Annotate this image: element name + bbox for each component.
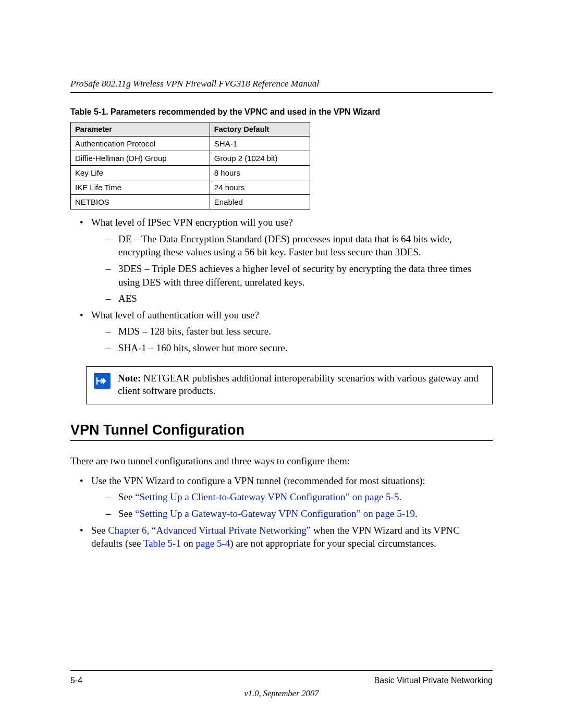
cell-param: Authentication Protocol	[71, 137, 210, 151]
note-label: Note:	[118, 373, 141, 384]
cell-default: 24 hours	[210, 180, 310, 195]
xref-client-gateway[interactable]: “Setting Up a Client-to-Gateway VPN Conf…	[135, 491, 399, 502]
note-box: Note: NETGEAR publishes additional inter…	[86, 366, 493, 404]
cell-param: Key Life	[71, 166, 210, 180]
footer-version: v1.0, September 2007	[0, 688, 563, 699]
col-parameter: Parameter	[71, 122, 210, 137]
cell-default: Group 2 (1024 bit)	[210, 151, 310, 166]
dash-list: MDS – 128 bits, faster but less secure. …	[91, 325, 493, 354]
table-row: Diffie-Hellman (DH) Group Group 2 (1024 …	[71, 151, 310, 166]
list-item-aes: AES	[102, 292, 493, 305]
bullet-list: Use the VPN Wizard to configure a VPN tu…	[70, 474, 493, 550]
table-caption: Table 5-1. Parameters recommended by the…	[70, 107, 493, 117]
section-rule	[70, 440, 493, 441]
see-prefix: See	[91, 525, 108, 536]
table-row: Key Life 8 hours	[71, 166, 310, 180]
list-item-sha: SHA-1 – 160 bits, slower but more secure…	[102, 341, 493, 355]
wizard-line: Use the VPN Wizard to configure a VPN tu…	[91, 475, 425, 486]
section-heading-vpn-tunnel: VPN Tunnel Configuration	[70, 422, 493, 438]
col-default: Factory Default	[210, 122, 310, 137]
cell-param: Diffie-Hellman (DH) Group	[71, 151, 210, 166]
cell-default: 8 hours	[210, 166, 310, 180]
dash-list: See “Setting Up a Client-to-Gateway VPN …	[91, 490, 493, 520]
cell-default: SHA-1	[210, 137, 310, 151]
chapter-name: Basic Virtual Private Networking	[374, 676, 493, 685]
table-header-row: Parameter Factory Default	[71, 122, 310, 137]
note-body: NETGEAR publishes additional interoperab…	[118, 373, 479, 397]
document-page: ProSafe 802.11g Wireless VPN Firewall FV…	[0, 0, 563, 728]
text-on: on	[181, 538, 196, 549]
intro-paragraph: There are two tunnel configurations and …	[70, 454, 493, 468]
see-prefix: See	[118, 508, 135, 519]
cell-default: Enabled	[210, 195, 310, 209]
see-prefix: See	[118, 491, 135, 502]
text-tail: ) are not appropriate for your special c…	[230, 538, 436, 549]
xref-table51[interactable]: Table 5-1	[143, 538, 181, 549]
xref-chapter6[interactable]: Chapter 6, “Advanced Virtual Private Net…	[108, 525, 311, 536]
question-auth: What level of authentication will you us…	[91, 310, 259, 320]
page-number: 5-4	[70, 676, 82, 685]
xref-page54[interactable]: page 5-4	[195, 538, 230, 549]
cell-param: NETBIOS	[71, 195, 210, 209]
note-text: Note: NETGEAR publishes additional inter…	[118, 372, 485, 398]
xref-gateway-gateway[interactable]: “Setting Up a Gateway-to-Gateway VPN Con…	[135, 508, 415, 519]
cell-param: IKE Life Time	[71, 180, 210, 195]
list-item-de: DE – The Data Encryption Standard (DES) …	[102, 232, 493, 259]
footer-rule	[70, 670, 493, 671]
dash-list: DE – The Data Encryption Standard (DES) …	[91, 232, 493, 305]
list-item: What level of IPSec VPN encryption will …	[76, 216, 493, 305]
period: .	[415, 508, 418, 519]
list-item: See Chapter 6, “Advanced Virtual Private…	[76, 524, 493, 550]
bullet-list: What level of IPSec VPN encryption will …	[70, 216, 493, 355]
list-item-mds: MDS – 128 bits, faster but less secure.	[102, 325, 493, 338]
table-row: Authentication Protocol SHA-1	[71, 137, 310, 151]
list-item: What level of authentication will you us…	[76, 309, 493, 355]
period: .	[399, 491, 401, 502]
list-item: See “Setting Up a Client-to-Gateway VPN …	[102, 490, 493, 504]
table-row: IKE Life Time 24 hours	[71, 180, 310, 195]
list-item-3des: 3DES – Triple DES achieves a higher leve…	[102, 262, 493, 289]
running-header: ProSafe 802.11g Wireless VPN Firewall FV…	[70, 78, 493, 93]
list-item: Use the VPN Wizard to configure a VPN tu…	[76, 474, 493, 521]
question-encryption: What level of IPSec VPN encryption will …	[91, 217, 293, 228]
note-arrow-icon	[94, 373, 111, 392]
table-row: NETBIOS Enabled	[71, 195, 310, 209]
list-item: See “Setting Up a Gateway-to-Gateway VPN…	[102, 507, 493, 521]
footer-row: 5-4 Basic Virtual Private Networking	[70, 676, 493, 685]
parameters-table: Parameter Factory Default Authentication…	[70, 122, 310, 209]
